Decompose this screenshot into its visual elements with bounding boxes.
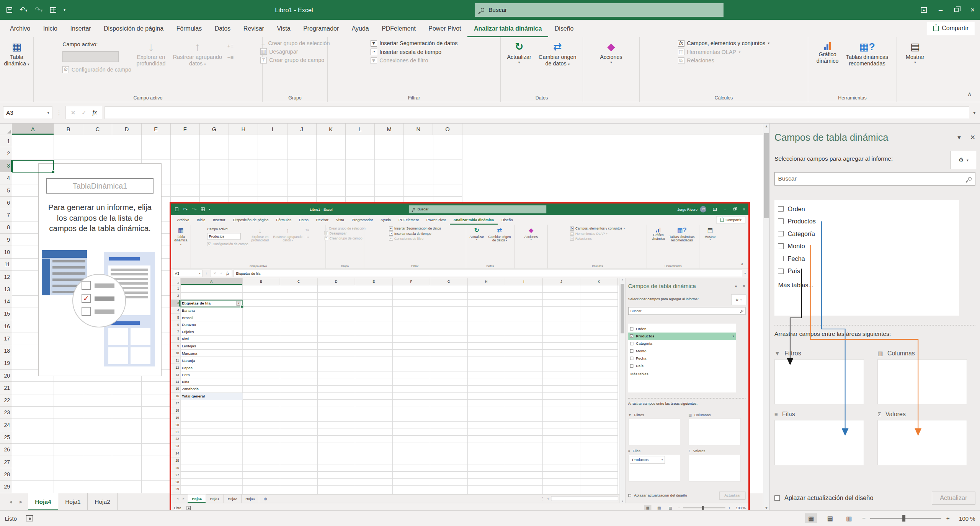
filters-dropzone[interactable] <box>628 419 680 445</box>
collapse-ribbon-icon[interactable]: ∧ <box>741 262 743 266</box>
recommended-pivottables-button[interactable]: ▦? Tablas dinámicas recomendadas <box>844 40 890 68</box>
ribbon-tab-formulas[interactable]: Fórmulas <box>170 20 208 37</box>
zoom-slider[interactable] <box>870 518 941 519</box>
ribbon-tab-vista[interactable]: Vista <box>271 20 297 37</box>
ribbon-tab-analizar-tabla-dinamica[interactable]: Analizar tabla dinámica <box>449 215 498 225</box>
expand-collapse-field-buttons[interactable]: +≡ −≡ <box>227 40 234 60</box>
scroll-up-icon[interactable]: ▲ <box>763 124 769 128</box>
insert-timeline-button[interactable]: ◔ Insertar escala de tiempo <box>371 49 458 55</box>
field-categoria[interactable]: Categoría▾ <box>774 228 959 240</box>
ribbon-tab-pdfelement[interactable]: PDFelement <box>375 20 422 37</box>
pivot-row-zanahoria[interactable]: Zanahoria <box>181 386 243 393</box>
ribbon-tab-disposicion-de-pagina[interactable]: Disposición de página <box>229 215 273 225</box>
column-header-F[interactable]: F <box>171 124 200 135</box>
ribbon-tab-pdfelement[interactable]: PDFelement <box>395 215 423 225</box>
insert-slicer-button[interactable]: ▼ Insertar Segmentación de datos <box>371 40 458 47</box>
row-header-9[interactable]: 9 <box>171 343 180 350</box>
field-fecha[interactable]: Fecha▾ <box>628 355 736 362</box>
column-header-K[interactable]: K <box>580 278 618 285</box>
column-header-D[interactable]: D <box>112 124 141 135</box>
row-header-18[interactable]: 18 <box>171 407 180 414</box>
row-header-25[interactable]: 25 <box>171 457 180 464</box>
columns-dropzone[interactable] <box>877 359 967 404</box>
filters-dropzone[interactable] <box>774 359 864 404</box>
field-checkbox-fecha[interactable] <box>778 256 784 262</box>
field-orden[interactable]: Orden▾ <box>628 325 736 332</box>
filter-connections-button[interactable]: ▼ Conexiones de filtro <box>389 237 441 241</box>
row-header-26[interactable]: 26 <box>171 464 180 472</box>
row-header-8[interactable]: 8 <box>0 221 12 234</box>
field-checkbox-productos[interactable]: ✓ <box>630 334 634 338</box>
defer-checkbox[interactable] <box>774 495 780 501</box>
row-header-19[interactable]: 19 <box>171 414 180 422</box>
row-header-27[interactable]: 27 <box>171 472 180 479</box>
rows-dropzone[interactable]: Productos ▾ <box>774 420 864 465</box>
column-header-M[interactable]: M <box>375 124 404 135</box>
row-header-28[interactable]: 28 <box>0 468 12 480</box>
ribbon-tab-power-pivot[interactable]: Power Pivot <box>422 20 468 37</box>
row-header-29[interactable]: 29 <box>171 486 180 493</box>
undo-icon[interactable]: ↶▾ <box>20 7 27 13</box>
pivot-row-pera[interactable]: Pera <box>181 371 243 379</box>
cancel-icon[interactable]: ✕ <box>213 271 216 275</box>
sheet-tab-hoja3[interactable]: Hoja3 <box>242 495 259 503</box>
values-dropzone[interactable] <box>877 420 967 465</box>
vertical-scrollbar[interactable]: ▲ ▼ <box>763 124 769 510</box>
row-header-28[interactable]: 28 <box>171 479 180 486</box>
row-header-9[interactable]: 9 <box>0 234 12 246</box>
row-header-29[interactable]: 29 <box>0 480 12 493</box>
redo-icon[interactable]: ↷▾ <box>35 7 42 13</box>
ribbon-tab-vista[interactable]: Vista <box>332 215 348 225</box>
ribbon-tab-datos[interactable]: Datos <box>295 215 312 225</box>
show-button[interactable]: ▤ Mostrar ▾ <box>703 226 717 242</box>
column-header-I[interactable]: I <box>258 124 287 135</box>
name-box[interactable]: A3 ▾ <box>173 270 203 277</box>
row-header-11[interactable]: 11 <box>171 357 180 364</box>
formula-bar-expand-icon[interactable]: ▾ <box>743 272 746 275</box>
column-header-J[interactable]: J <box>287 124 317 135</box>
ribbon-tab-insertar[interactable]: Insertar <box>64 20 98 37</box>
sheet-tab-hoja1[interactable]: Hoja1 <box>58 493 88 510</box>
redo-icon[interactable]: ↷▾ <box>192 207 196 212</box>
row-header-23[interactable]: 23 <box>0 407 12 419</box>
row-header-16[interactable]: 16 <box>0 320 12 332</box>
column-header-C[interactable]: C <box>83 124 112 135</box>
column-header-D[interactable]: D <box>318 278 355 285</box>
add-sheet-icon[interactable]: ⊕ <box>264 495 268 503</box>
name-box-dropdown-icon[interactable]: ▾ <box>47 111 49 115</box>
row-header-12[interactable]: 12 <box>171 364 180 371</box>
ribbon-tab-inicio[interactable]: Inicio <box>37 20 64 37</box>
row-header-5[interactable]: 5 <box>0 184 12 197</box>
field-fecha[interactable]: Fecha▾ <box>774 252 959 265</box>
row-header-25[interactable]: 25 <box>0 431 12 443</box>
pivot-row-frijoles[interactable]: Frijoles <box>181 328 243 335</box>
update-button[interactable]: Actualizar <box>932 492 975 505</box>
drill-up-button[interactable]: ↑ Rastrear agrupando datos ▾ <box>171 40 224 68</box>
ribbon-tab-archivo[interactable]: Archivo <box>3 20 37 37</box>
insert-function-icon[interactable]: fx <box>93 109 97 116</box>
actions-button[interactable]: ◆ Acciones ▾ <box>523 226 539 242</box>
sheet-prev-icon[interactable]: ◄ <box>8 499 13 505</box>
row-header-27[interactable]: 27 <box>0 456 12 468</box>
field-categoria[interactable]: Categoría▾ <box>628 340 736 347</box>
row-header-13[interactable]: 13 <box>171 371 180 379</box>
row-header-15[interactable]: 15 <box>0 308 12 320</box>
ribbon-display-options-icon[interactable] <box>921 7 927 13</box>
row-header-21[interactable]: 21 <box>0 382 12 394</box>
zoom-out-icon[interactable]: − <box>678 506 680 510</box>
row-header-13[interactable]: 13 <box>0 283 12 295</box>
normal-view-icon[interactable]: ▦ <box>805 513 817 523</box>
relationships-button[interactable]: ⧉ Relaciones <box>570 237 625 241</box>
restore-icon[interactable] <box>954 8 959 12</box>
account-user[interactable]: Jorge Rivero JR <box>677 206 706 212</box>
share-button[interactable]: Compartir <box>927 22 975 35</box>
row-header-10[interactable]: 10 <box>171 350 180 357</box>
field-checkbox-pais[interactable] <box>778 269 784 274</box>
row-header-17[interactable]: 17 <box>0 332 12 345</box>
row-header-23[interactable]: 23 <box>171 443 180 450</box>
row-header-8[interactable]: 8 <box>171 335 180 343</box>
pivot-row-brocoli[interactable]: Brocoli <box>181 314 243 321</box>
touch-mode-icon[interactable] <box>201 208 205 211</box>
column-header-H[interactable]: H <box>229 124 258 135</box>
macro-record-icon[interactable] <box>26 515 33 521</box>
